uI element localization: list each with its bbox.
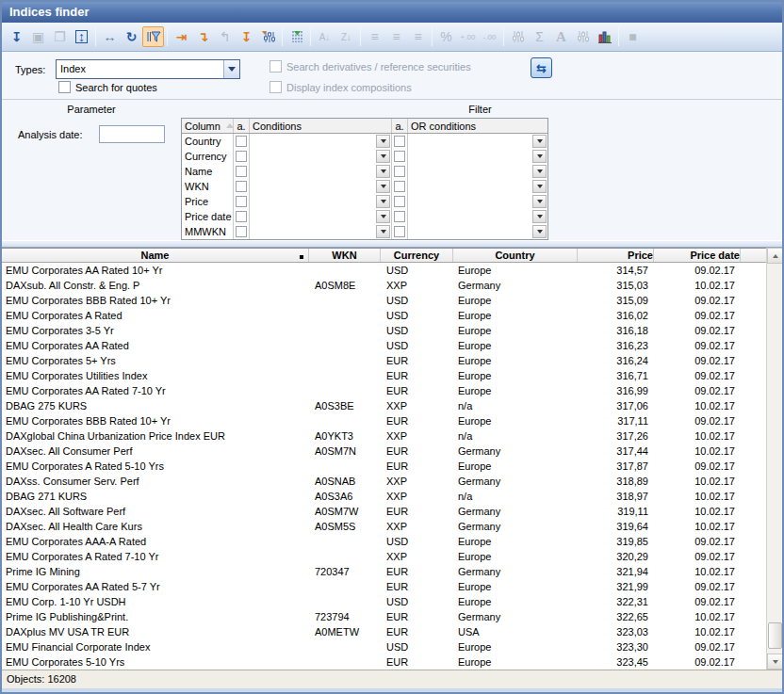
table-row[interactable]: EMU Corporates AA Rated 7-10 YrEUREurope…: [2, 383, 782, 398]
column-header-price-date[interactable]: Price date: [654, 249, 741, 262]
search-for-quotes-option[interactable]: Search for quotes: [58, 81, 157, 93]
and-checkbox[interactable]: [394, 211, 405, 222]
and-checkbox[interactable]: [394, 181, 405, 192]
table-row[interactable]: EMU Corporates BBB Rated 10+ YrEUREurope…: [2, 413, 782, 428]
table-row[interactable]: EMU Corporates AA RatedUSDEurope316,2309…: [2, 338, 782, 353]
execute-search-button[interactable]: ⇆: [531, 57, 552, 78]
table-row[interactable]: Prime IG Mining720347EURGermany321,9410.…: [2, 564, 782, 579]
condition-dropdown-button[interactable]: [376, 210, 390, 223]
condition-cell[interactable]: [250, 194, 392, 209]
condition-dropdown-button[interactable]: [376, 195, 390, 208]
or-condition-dropdown-button[interactable]: [532, 150, 547, 163]
insert-row-below-icon[interactable]: ↴: [192, 26, 214, 47]
scrollbar-thumb[interactable]: [768, 622, 782, 649]
scroll-down-button[interactable]: [767, 654, 783, 670]
table-row[interactable]: DBAG 271 KURSA0S3A6XXPn/a318,9710.02.17: [2, 489, 782, 504]
table-row[interactable]: EMU Corporates 5+ YrsEUREurope316,2409.0…: [2, 353, 782, 368]
table-row[interactable]: EMU Corporates AA Rated 5-7 YrEUREurope3…: [2, 579, 782, 594]
apply-filter-icon[interactable]: ↧: [236, 26, 257, 47]
condition-dropdown-button[interactable]: [376, 165, 390, 178]
fit-rows-icon[interactable]: ↕: [71, 26, 92, 47]
or-condition-dropdown-button[interactable]: [532, 165, 547, 178]
horizontal-splitter[interactable]: [2, 240, 782, 248]
table-row[interactable]: EMU Corporates BBB Rated 10+ YrUSDEurope…: [2, 293, 782, 308]
and-checkbox[interactable]: [394, 136, 405, 147]
table-row[interactable]: EMU Corporates A Rated 5-10 YrsEUREurope…: [2, 459, 782, 474]
table-row[interactable]: EMU Financial Corporate IndexUSDEurope32…: [2, 639, 782, 654]
and-checkbox[interactable]: [236, 166, 247, 177]
or-condition-dropdown-button[interactable]: [532, 180, 547, 193]
insert-column-right-icon[interactable]: ⇥: [171, 26, 192, 47]
table-row[interactable]: EMU Corporates Utilities IndexEUREurope3…: [2, 368, 782, 383]
table-row[interactable]: EMU Corporates A Rated 7-10 YrXXPEurope3…: [2, 549, 782, 564]
or-condition-cell[interactable]: [408, 179, 547, 194]
combobox-dropdown-button[interactable]: [223, 60, 239, 78]
resize-columns-icon[interactable]: ↔: [99, 26, 121, 47]
table-row[interactable]: Prime IG Publishing&Print.723794EURGerma…: [2, 609, 782, 624]
condition-cell[interactable]: [250, 179, 392, 194]
and-checkbox[interactable]: [236, 211, 247, 222]
or-condition-dropdown-button[interactable]: [532, 225, 547, 238]
condition-cell[interactable]: [250, 164, 392, 179]
or-condition-cell[interactable]: [408, 149, 547, 164]
and-checkbox[interactable]: [236, 226, 247, 237]
table-row[interactable]: DAXss. Consumer Serv. PerfA0SNABXXPGerma…: [2, 474, 782, 489]
and-checkbox[interactable]: [236, 151, 247, 162]
or-condition-cell[interactable]: [408, 224, 547, 239]
table-row[interactable]: DAXsec. All Consumer PerfA0SM7NEURGerman…: [2, 444, 782, 459]
scroll-up-button[interactable]: [767, 248, 783, 264]
condition-dropdown-button[interactable]: [376, 150, 390, 163]
table-row[interactable]: EMU Corporates 3-5 YrUSDEurope316,1809.0…: [2, 323, 782, 338]
import-layout-icon[interactable]: ↧: [6, 26, 27, 47]
types-combobox[interactable]: Index: [56, 59, 240, 79]
or-condition-dropdown-button[interactable]: [532, 210, 547, 223]
and-checkbox[interactable]: [394, 196, 405, 207]
analysis-date-input[interactable]: [99, 125, 165, 143]
refresh-icon[interactable]: ↻: [121, 26, 142, 47]
condition-cell[interactable]: [250, 209, 392, 224]
condition-dropdown-button[interactable]: [376, 225, 390, 238]
condition-cell[interactable]: [250, 134, 392, 149]
table-row[interactable]: DAXsub. All Constr. & Eng. PA0SM8EXXPGer…: [2, 278, 782, 293]
column-header-price[interactable]: Price: [578, 249, 654, 262]
select-columns-icon[interactable]: [286, 26, 307, 47]
and-checkbox[interactable]: [394, 166, 405, 177]
and-checkbox[interactable]: [236, 136, 247, 147]
table-row[interactable]: EMU Corporates AAA-A RatedUSDEurope319,8…: [2, 534, 782, 549]
condition-cell[interactable]: [250, 149, 392, 164]
or-condition-dropdown-button[interactable]: [532, 195, 547, 208]
table-row[interactable]: DAXsec. All Health Care KursA0SM5SXXPGer…: [2, 519, 782, 534]
table-row[interactable]: DAXplus MV USA TR EURA0METWEURUSA323,031…: [2, 624, 782, 639]
table-row[interactable]: EMU Corporates 5-10 YrsEUREurope323,4509…: [2, 654, 782, 670]
or-condition-dropdown-button[interactable]: [532, 135, 547, 148]
vertical-scrollbar[interactable]: [766, 248, 782, 670]
condition-dropdown-button[interactable]: [376, 180, 390, 193]
column-header-country[interactable]: Country: [453, 249, 578, 262]
title-bar[interactable]: Indices finder: [2, 2, 782, 23]
table-row[interactable]: EMU Corporates A RatedUSDEurope316,0209.…: [2, 308, 782, 323]
table-row[interactable]: DBAG 275 KURSA0S3BEXXPn/a317,0610.02.17: [2, 398, 782, 413]
column-header-name[interactable]: Name: [2, 249, 309, 262]
and-checkbox[interactable]: [394, 226, 405, 237]
filter-header-column[interactable]: Column: [182, 119, 234, 133]
column-header-currency[interactable]: Currency: [381, 249, 453, 262]
condition-dropdown-button[interactable]: [376, 135, 390, 148]
table-row[interactable]: EMU Corp. 1-10 Yr USDHUSDEurope322,3109.…: [2, 594, 782, 609]
cell-wkn: 723794: [309, 609, 381, 624]
filter-icon[interactable]: [142, 26, 164, 47]
or-condition-cell[interactable]: [408, 194, 547, 209]
chart-icon[interactable]: [594, 26, 615, 47]
column-settings-icon[interactable]: [257, 26, 279, 47]
condition-cell[interactable]: [250, 224, 392, 239]
search-for-quotes-checkbox[interactable]: [58, 81, 71, 93]
and-checkbox[interactable]: [236, 196, 247, 207]
or-condition-cell[interactable]: [408, 134, 547, 149]
column-header-wkn[interactable]: WKN: [309, 249, 381, 262]
table-row[interactable]: EMU Corporates AA Rated 10+ YrUSDEurope3…: [2, 263, 782, 278]
table-row[interactable]: DAXsec. All Software PerfA0SM7WEURGerman…: [2, 504, 782, 519]
and-checkbox[interactable]: [394, 151, 405, 162]
or-condition-cell[interactable]: [408, 164, 547, 179]
table-row[interactable]: DAXglobal China Urbanization Price Index…: [2, 428, 782, 444]
and-checkbox[interactable]: [236, 181, 247, 192]
or-condition-cell[interactable]: [408, 209, 547, 224]
